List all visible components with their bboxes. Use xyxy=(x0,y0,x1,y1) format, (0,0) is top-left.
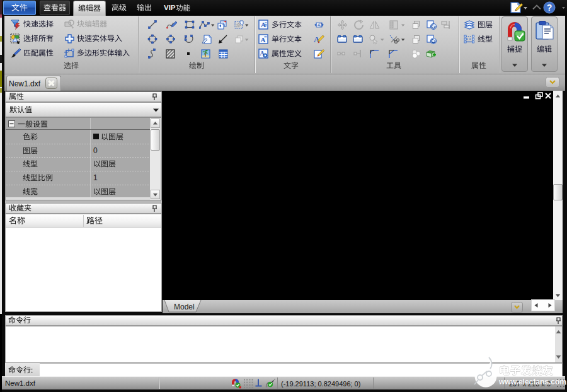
svg-text:?: ? xyxy=(547,3,553,13)
svg-text:42: 42 xyxy=(318,23,323,27)
